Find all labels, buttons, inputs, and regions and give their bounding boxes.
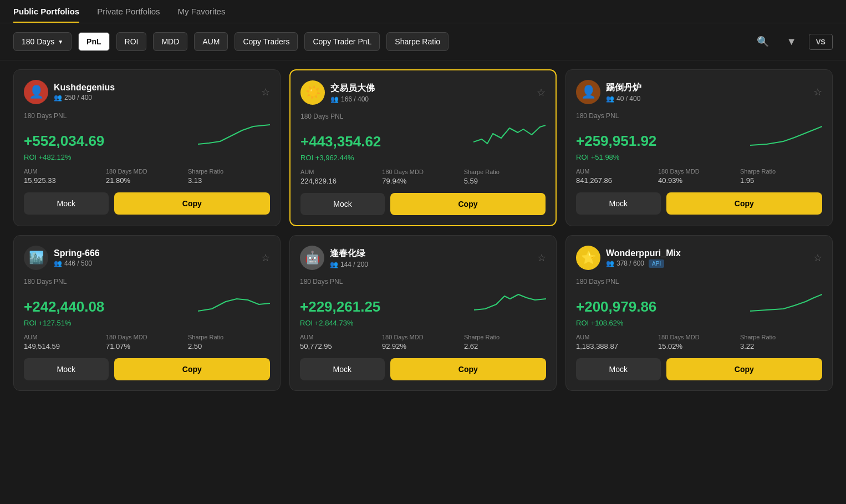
copy-button[interactable]: Copy <box>390 358 546 380</box>
favorite-star-icon[interactable]: ☆ <box>261 86 270 98</box>
trader-name: 踢倒丹炉 <box>606 82 808 94</box>
people-icon: 👥 <box>330 261 338 268</box>
trader-card-tidandanlu: 👤 踢倒丹炉 👥 40 / 400 ☆ 180 Days PNL +259,95… <box>565 69 833 226</box>
aum-stat: AUM 50,772.95 <box>300 334 382 350</box>
mdd-value: 15.02% <box>658 342 740 350</box>
pnl-value: +443,354.62 <box>300 133 381 150</box>
mock-button[interactable]: Mock <box>24 192 109 215</box>
pnl-row: +259,951.92 <box>576 122 822 150</box>
aum-value: 224,629.16 <box>300 177 382 185</box>
nav-tab-favorites[interactable]: My Favorites <box>178 7 226 23</box>
aum-value: 841,267.86 <box>576 176 658 185</box>
mdd-label: 180 Days MDD <box>106 168 188 175</box>
sort-btn-mdd[interactable]: MDD <box>153 32 187 51</box>
aum-stat: AUM 15,925.33 <box>24 168 106 185</box>
card-header: 🏙️ Spring-666 👥 446 / 500 ☆ <box>24 246 270 270</box>
mdd-label: 180 Days MDD <box>106 334 188 340</box>
card-header: 👤 Kushdegenius 👥 250 / 400 ☆ <box>24 80 270 104</box>
sort-btn-aum[interactable]: AUM <box>194 32 228 51</box>
filter-button[interactable]: ▼ <box>781 33 802 51</box>
sharpe-value: 1.95 <box>740 176 822 185</box>
copy-button[interactable]: Copy <box>666 358 822 380</box>
pnl-value: +229,261.25 <box>300 298 380 315</box>
mdd-value: 79.94% <box>382 177 463 185</box>
pnl-label: 180 Days PNL <box>576 278 822 286</box>
trader-name: 交易员大佛 <box>330 83 531 94</box>
roi-value: ROI +108.62% <box>576 319 822 327</box>
avatar: 🤖 <box>300 246 324 270</box>
sharpe-value: 2.62 <box>464 342 546 350</box>
pnl-value: +552,034.69 <box>24 133 104 150</box>
avatar: 👤 <box>24 80 48 104</box>
trader-name: Wonderppuri_Mix <box>606 248 808 258</box>
mdd-value: 21.80% <box>106 176 188 185</box>
pnl-row: +200,979.86 <box>576 288 822 315</box>
sort-btn-copyTraders[interactable]: Copy Traders <box>235 32 298 51</box>
copy-button[interactable]: Copy <box>390 193 546 215</box>
btn-row: Mock Copy <box>300 193 546 215</box>
aum-label: AUM <box>300 334 382 340</box>
trader-name: Spring-666 <box>54 248 256 258</box>
mock-button[interactable]: Mock <box>300 193 385 215</box>
chevron-down-icon: ▼ <box>58 39 63 45</box>
card-header: 👤 踢倒丹炉 👥 40 / 400 ☆ <box>576 80 822 104</box>
aum-value: 15,925.33 <box>24 176 106 185</box>
avatar: 👤 <box>576 80 600 104</box>
aum-label: AUM <box>576 168 658 175</box>
favorite-star-icon[interactable]: ☆ <box>537 252 546 264</box>
search-icon: 🔍 <box>757 36 769 47</box>
trader-card-spring666: 🏙️ Spring-666 👥 446 / 500 ☆ 180 Days PNL… <box>13 235 281 391</box>
favorite-star-icon[interactable]: ☆ <box>537 86 546 99</box>
favorite-star-icon[interactable]: ☆ <box>813 252 822 264</box>
days-selector-button[interactable]: 180 Days▼ <box>13 32 72 51</box>
btn-row: Mock Copy <box>576 358 822 380</box>
people-icon: 👥 <box>54 259 62 267</box>
search-button[interactable]: 🔍 <box>751 32 774 51</box>
trader-name: 逢春化绿 <box>330 248 532 259</box>
mock-button[interactable]: Mock <box>576 192 661 215</box>
mock-button[interactable]: Mock <box>24 358 109 380</box>
btn-row: Mock Copy <box>576 192 822 215</box>
sort-btn-roi[interactable]: ROI <box>116 32 147 51</box>
mdd-stat: 180 Days MDD 40.93% <box>658 168 740 185</box>
roi-value: ROI +51.98% <box>576 153 822 161</box>
sort-btn-copyTraderPnl[interactable]: Copy Trader PnL <box>304 32 380 51</box>
trader-count: 👥 250 / 400 <box>54 94 256 101</box>
pnl-row: +242,440.08 <box>24 288 270 315</box>
stats-row: AUM 50,772.95 180 Days MDD 92.92% Sharpe… <box>300 334 546 350</box>
copy-button[interactable]: Copy <box>114 358 270 380</box>
btn-row: Mock Copy <box>24 358 270 380</box>
pnl-label: 180 Days PNL <box>300 113 546 120</box>
filter-bar: 180 Days▼PnLROIMDDAUMCopy TradersCopy Tr… <box>0 23 846 60</box>
pnl-value: +259,951.92 <box>576 133 656 150</box>
mdd-label: 180 Days MDD <box>382 334 464 340</box>
favorite-star-icon[interactable]: ☆ <box>261 252 270 264</box>
mock-button[interactable]: Mock <box>300 358 385 380</box>
mdd-stat: 180 Days MDD 71.07% <box>106 334 188 350</box>
sharpe-label: Sharpe Ratio <box>188 168 270 175</box>
favorite-star-icon[interactable]: ☆ <box>813 86 822 98</box>
card-header: ⭐ Wonderppuri_Mix 👥 378 / 600API ☆ <box>576 246 822 270</box>
avatar: 🏙️ <box>24 246 48 270</box>
filter-icon: ▼ <box>787 36 797 47</box>
trader-info: Kushdegenius 👥 250 / 400 <box>54 83 256 101</box>
roi-value: ROI +2,844.73% <box>300 319 546 327</box>
sharpe-stat: Sharpe Ratio 3.13 <box>188 168 270 185</box>
copy-button[interactable]: Copy <box>666 192 822 215</box>
sort-btn-pnl[interactable]: PnL <box>78 32 109 51</box>
aum-label: AUM <box>300 169 382 175</box>
people-icon: 👥 <box>330 95 339 103</box>
cards-grid: 👤 Kushdegenius 👥 250 / 400 ☆ 180 Days PN… <box>0 60 846 400</box>
pnl-label: 180 Days PNL <box>576 112 822 120</box>
card-header: 🤖 逢春化绿 👥 144 / 200 ☆ <box>300 246 546 270</box>
mdd-label: 180 Days MDD <box>382 169 463 175</box>
sort-btn-sharpeRatio[interactable]: Sharpe Ratio <box>386 32 449 51</box>
nav-tab-public[interactable]: Public Portfolios <box>13 7 79 23</box>
nav-tab-private[interactable]: Private Portfolios <box>97 7 160 23</box>
copy-button[interactable]: Copy <box>114 192 270 215</box>
vs-button[interactable]: VS <box>809 34 833 50</box>
pnl-row: +552,034.69 <box>24 122 270 150</box>
stats-row: AUM 15,925.33 180 Days MDD 21.80% Sharpe… <box>24 168 270 185</box>
mock-button[interactable]: Mock <box>576 358 661 380</box>
btn-row: Mock Copy <box>300 358 546 380</box>
